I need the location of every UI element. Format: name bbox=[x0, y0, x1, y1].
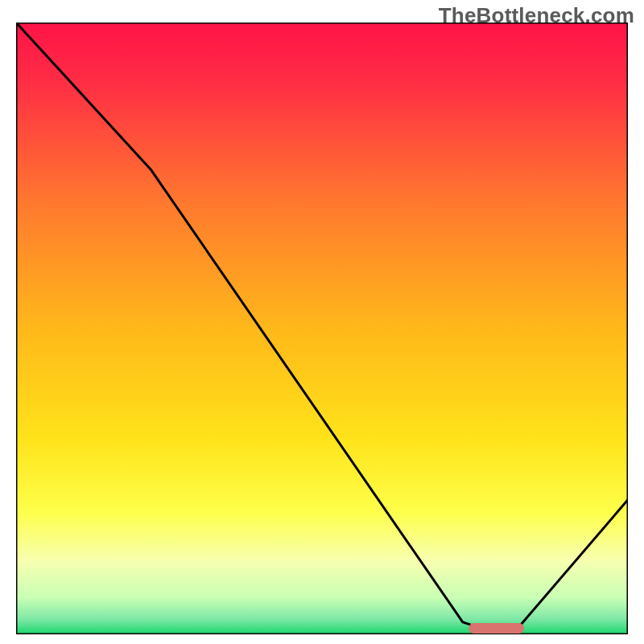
gradient-background bbox=[16, 23, 628, 634]
chart-svg bbox=[16, 23, 628, 634]
chart-container: TheBottleneck.com bbox=[0, 0, 644, 644]
plot-area bbox=[16, 23, 628, 634]
minimum-marker bbox=[469, 623, 523, 634]
